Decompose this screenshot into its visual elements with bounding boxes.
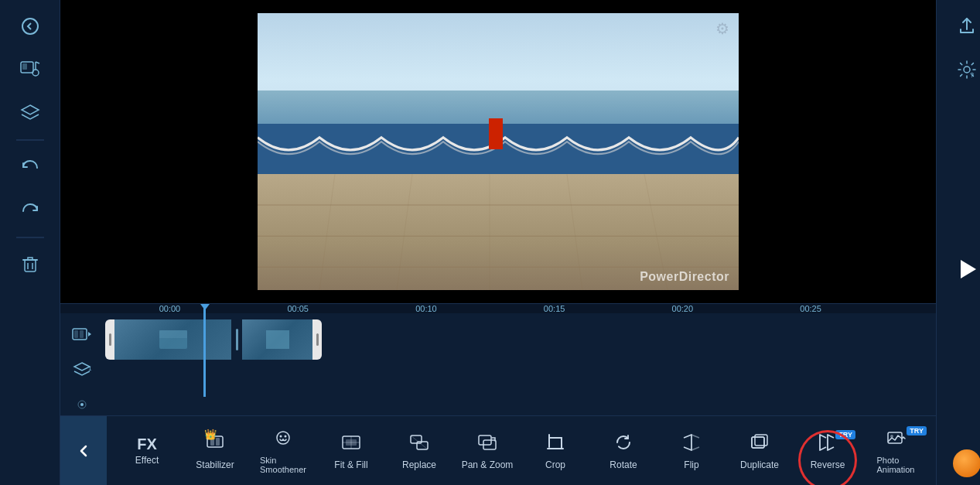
pan-zoom-icon [476, 432, 498, 456]
svg-marker-21 [88, 332, 91, 336]
crop-icon [545, 432, 566, 456]
svg-line-16 [567, 174, 582, 290]
right-top-icons: ? [948, 8, 981, 88]
delete-button[interactable] [12, 246, 49, 283]
toolbar-item-crop[interactable]: Crop [521, 427, 589, 475]
video-track[interactable] [105, 319, 322, 360]
photo-animation-label: PhotoAnimation [877, 456, 915, 474]
layers-button[interactable] [12, 94, 49, 131]
flip-label: Flip [684, 459, 698, 470]
skin-smoothener-label: SkinSmoothener [260, 456, 306, 474]
skin-smoothener-icon [272, 428, 294, 453]
video-track-icon[interactable] [68, 323, 96, 350]
playhead[interactable] [203, 304, 206, 397]
toolbar-item-fit-fill[interactable]: Fit & Fill [317, 427, 385, 475]
svg-point-33 [280, 435, 282, 437]
ruler-mark-4: 00:20 [672, 304, 801, 313]
toolbar-item-reverse[interactable]: TRY Reverse [794, 427, 862, 475]
ruler-mark-2: 00:10 [415, 304, 544, 313]
fit-fill-icon [340, 432, 362, 456]
try-badge-photo-animation: TRY [907, 426, 927, 435]
svg-rect-2 [22, 63, 27, 70]
toolbar-item-skin-smoothener[interactable]: SkinSmoothener [249, 423, 317, 479]
svg-point-3 [32, 70, 39, 76]
toolbar-item-pan-zoom[interactable]: Pan & Zoom [453, 427, 521, 475]
fx-label: Effect [135, 455, 159, 466]
track-thumbnail-1 [114, 319, 231, 360]
svg-marker-6 [22, 105, 39, 114]
back-button[interactable] [12, 8, 49, 45]
export-button[interactable] [948, 8, 981, 45]
svg-point-32 [277, 432, 289, 444]
play-button[interactable] [947, 249, 981, 289]
left-sidebar [0, 0, 60, 485]
svg-marker-22 [74, 363, 90, 371]
duplicate-icon [749, 432, 770, 456]
svg-marker-56 [961, 260, 976, 278]
crop-label: Crop [545, 459, 565, 470]
video-preview: PowerDirector ⚙ [60, 0, 936, 303]
ruler-mark-1: 00:05 [287, 304, 415, 313]
video-frame: PowerDirector ⚙ [258, 13, 739, 290]
timeline-tracks: 1 [60, 313, 936, 418]
photo-animation-icon [885, 428, 907, 453]
ruler-mark-0: 00:00 [159, 304, 288, 313]
toolbar-item-flip[interactable]: Flip [657, 427, 726, 475]
ruler-mark-3: 00:15 [544, 304, 672, 313]
svg-point-34 [285, 435, 287, 437]
fx-icon: FX [137, 436, 157, 452]
svg-point-0 [22, 19, 38, 34]
toolbar-item-replace[interactable]: Replace [385, 427, 453, 475]
toolbar-item-rotate[interactable]: Rotate [589, 427, 657, 475]
toolbar-item-duplicate[interactable]: Duplicate [726, 427, 794, 475]
crown-badge-stabilizer: 👑 [204, 429, 217, 440]
svg-rect-52 [888, 432, 902, 443]
svg-rect-49 [752, 437, 764, 448]
toolbar-item-photo-animation[interactable]: TRY PhotoAnimation [862, 423, 930, 479]
undo-button[interactable] [12, 149, 49, 186]
right-bottom [953, 449, 981, 477]
track-icons: 1 [68, 323, 99, 418]
toolbar-back-button[interactable] [60, 416, 107, 485]
record-button[interactable] [953, 449, 981, 477]
settings-icon-preview: ⚙ [715, 19, 729, 38]
track-handle-left[interactable] [105, 319, 114, 360]
svg-point-54 [964, 67, 970, 73]
replace-icon [408, 432, 430, 456]
rotate-icon [613, 432, 634, 456]
svg-text:?: ? [970, 71, 974, 79]
sidebar-divider-2 [16, 237, 44, 238]
toolbar-item-stabilizer[interactable]: 👑 Stabilizer [181, 427, 249, 475]
timeline-area: 00:00 00:05 00:10 00:15 00:20 00:25 [60, 303, 936, 415]
toolbar-item-fx[interactable]: FX Effect [113, 432, 181, 470]
ruler-marks: 00:00 00:05 00:10 00:15 00:20 00:25 [159, 304, 928, 313]
track-content [105, 319, 928, 360]
svg-rect-7 [25, 260, 36, 272]
track-handle-right[interactable] [312, 319, 322, 360]
toolbar-items: FX Effect 👑 Stabilizer [107, 416, 936, 485]
flip-icon [681, 432, 702, 456]
media-music-button[interactable] [12, 51, 49, 88]
settings-button[interactable]: ? [948, 51, 981, 88]
layers-track-icon[interactable]: 1 [68, 357, 96, 384]
svg-rect-51 [752, 437, 764, 448]
sidebar-divider-1 [16, 139, 44, 141]
ruler-mark-5: 00:25 [800, 304, 928, 313]
watermark: PowerDirector [640, 270, 729, 284]
redo-button[interactable] [12, 192, 49, 229]
svg-rect-28 [266, 330, 289, 349]
video-person [489, 118, 503, 149]
svg-rect-19 [74, 330, 78, 338]
main-content: PowerDirector ⚙ 00:00 00:05 00:10 00:15 … [60, 0, 936, 485]
pan-zoom-label: Pan & Zoom [462, 459, 514, 470]
svg-text:1: 1 [88, 365, 92, 372]
svg-line-14 [397, 174, 412, 290]
bottom-toolbar: FX Effect 👑 Stabilizer [60, 415, 936, 485]
svg-point-24 [80, 403, 84, 406]
timeline-ruler: 00:00 00:05 00:10 00:15 00:20 00:25 [60, 304, 936, 313]
replace-label: Replace [402, 459, 436, 470]
audio-track-icon[interactable] [68, 391, 96, 418]
try-badge-reverse: TRY [835, 430, 855, 439]
fit-fill-label: Fit & Fill [334, 459, 367, 470]
track-thumbnail-2 [242, 319, 312, 360]
